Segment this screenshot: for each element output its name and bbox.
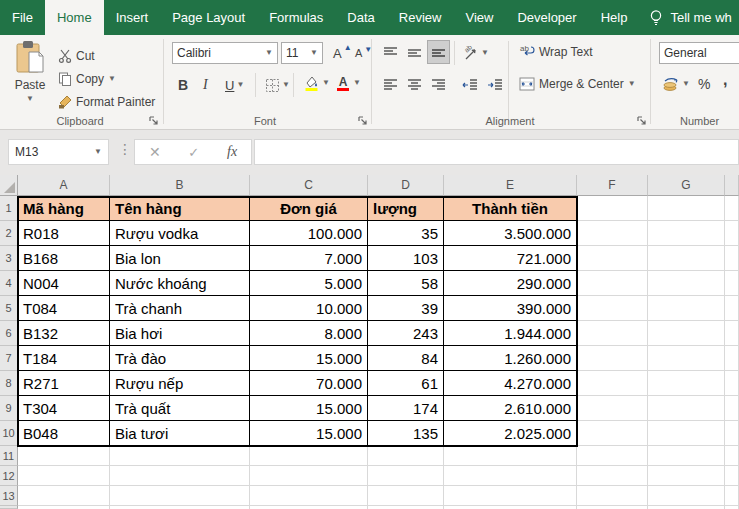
borders-button[interactable]: ▼ — [262, 73, 293, 97]
cell-A12[interactable] — [18, 466, 110, 486]
cell-D5[interactable]: 39 — [368, 296, 444, 321]
tab-page-layout[interactable]: Page Layout — [160, 0, 257, 35]
align-left-button[interactable] — [380, 73, 401, 97]
row-header-5[interactable]: 5 — [0, 296, 18, 321]
cell-G13[interactable] — [648, 486, 725, 506]
cell-E12[interactable] — [444, 466, 577, 486]
cell-G9[interactable] — [648, 396, 725, 421]
cell-F7[interactable] — [577, 346, 648, 371]
align-right-button[interactable] — [428, 73, 449, 97]
cell-C1[interactable]: Đơn giá — [250, 196, 368, 221]
cell-B5[interactable]: Trà chanh — [110, 296, 250, 321]
tab-insert[interactable]: Insert — [104, 0, 161, 35]
tab-developer[interactable]: Developer — [505, 0, 588, 35]
cell-B13[interactable] — [110, 486, 250, 506]
fill-color-button[interactable]: ▼ — [300, 71, 333, 95]
cell-C8[interactable]: 70.000 — [250, 371, 368, 396]
cell-E3[interactable]: 721.000 — [444, 246, 577, 271]
merge-center-button[interactable]: Merge & Center ▼ — [516, 73, 639, 94]
row-header-12[interactable]: 12 — [0, 466, 18, 486]
cell-F9[interactable] — [577, 396, 648, 421]
copy-dropdown-icon[interactable]: ▼ — [108, 75, 116, 83]
copy-button[interactable]: Copy ▼ — [55, 68, 119, 89]
cell-partial[interactable] — [725, 486, 739, 506]
cell-D11[interactable] — [368, 446, 444, 466]
cell-G5[interactable] — [648, 296, 725, 321]
cell-F3[interactable] — [577, 246, 648, 271]
cell-B4[interactable]: Nước khoáng — [110, 271, 250, 296]
row-header-8[interactable]: 8 — [0, 371, 18, 396]
bold-button[interactable]: B — [175, 73, 191, 97]
column-header-E[interactable]: E — [444, 175, 577, 196]
cell-F6[interactable] — [577, 321, 648, 346]
row-header-13[interactable]: 13 — [0, 486, 18, 506]
cell-A11[interactable] — [18, 446, 110, 466]
cell-B9[interactable]: Trà quất — [110, 396, 250, 421]
cell-A4[interactable]: N004 — [18, 271, 110, 296]
cell-A6[interactable]: B132 — [18, 321, 110, 346]
cell-A5[interactable]: T084 — [18, 296, 110, 321]
font-dialog-launcher-icon[interactable] — [357, 115, 368, 126]
cell-D2[interactable]: 35 — [368, 221, 444, 246]
tab-file[interactable]: File — [0, 0, 45, 35]
cell-B2[interactable]: Rượu vodka — [110, 221, 250, 246]
cell-F8[interactable] — [577, 371, 648, 396]
decrease-indent-button[interactable] — [459, 73, 481, 97]
cell-D7[interactable]: 84 — [368, 346, 444, 371]
cell-F13[interactable] — [577, 486, 648, 506]
cell-E6[interactable]: 1.944.000 — [444, 321, 577, 346]
cell-B10[interactable]: Bia tươi — [110, 421, 250, 446]
insert-function-icon[interactable]: fx — [227, 144, 237, 160]
column-header-D[interactable]: D — [368, 175, 444, 196]
cell-G11[interactable] — [648, 446, 725, 466]
cell-partial[interactable] — [725, 446, 739, 466]
cell-B12[interactable] — [110, 466, 250, 486]
row-header-11[interactable]: 11 — [0, 446, 18, 466]
cell-A10[interactable]: B048 — [18, 421, 110, 446]
cell-D10[interactable]: 135 — [368, 421, 444, 446]
column-header-C[interactable]: C — [250, 175, 368, 196]
cell-F2[interactable] — [577, 221, 648, 246]
cell-A8[interactable]: R271 — [18, 371, 110, 396]
row-header-10[interactable]: 10 — [0, 421, 18, 446]
cell-D3[interactable]: 103 — [368, 246, 444, 271]
cell-partial[interactable] — [725, 346, 739, 371]
cell-E4[interactable]: 290.000 — [444, 271, 577, 296]
cell-partial[interactable] — [725, 271, 739, 296]
cell-B1[interactable]: Tên hàng — [110, 196, 250, 221]
cell-F10[interactable] — [577, 421, 648, 446]
tab-formulas[interactable]: Formulas — [257, 0, 335, 35]
cell-D4[interactable]: 58 — [368, 271, 444, 296]
cell-A13[interactable] — [18, 486, 110, 506]
increase-indent-button[interactable] — [484, 73, 506, 97]
formula-input[interactable] — [254, 139, 739, 165]
font-color-button[interactable]: A ▼ — [332, 71, 364, 95]
cell-G8[interactable] — [648, 371, 725, 396]
comma-style-button[interactable]: , — [720, 68, 730, 92]
name-box[interactable]: M13 ▼ — [8, 139, 109, 165]
cell-partial[interactable] — [725, 246, 739, 271]
cell-C13[interactable] — [250, 486, 368, 506]
cell-partial[interactable] — [725, 296, 739, 321]
cell-D8[interactable]: 61 — [368, 371, 444, 396]
cell-E10[interactable]: 2.025.000 — [444, 421, 577, 446]
cell-B7[interactable]: Trà đào — [110, 346, 250, 371]
cell-D1[interactable]: Số lượng — [368, 196, 444, 221]
underline-button[interactable]: U ▼ — [222, 73, 247, 97]
number-format-combo[interactable]: General — [659, 42, 739, 64]
row-header-3[interactable]: 3 — [0, 246, 18, 271]
column-header-G[interactable]: G — [648, 175, 725, 196]
tell-me-box[interactable]: Tell me wh — [649, 0, 731, 35]
row-header-2[interactable]: 2 — [0, 221, 18, 246]
cell-partial[interactable] — [725, 396, 739, 421]
row-header-1[interactable]: 1 — [0, 196, 18, 221]
cell-G12[interactable] — [648, 466, 725, 486]
cell-partial[interactable] — [725, 196, 739, 221]
cell-G4[interactable] — [648, 271, 725, 296]
cell-F11[interactable] — [577, 446, 648, 466]
cell-partial[interactable] — [725, 321, 739, 346]
tab-help[interactable]: Help — [589, 0, 640, 35]
cell-F12[interactable] — [577, 466, 648, 486]
row-header-7[interactable]: 7 — [0, 346, 18, 371]
cell-partial[interactable] — [725, 466, 739, 486]
